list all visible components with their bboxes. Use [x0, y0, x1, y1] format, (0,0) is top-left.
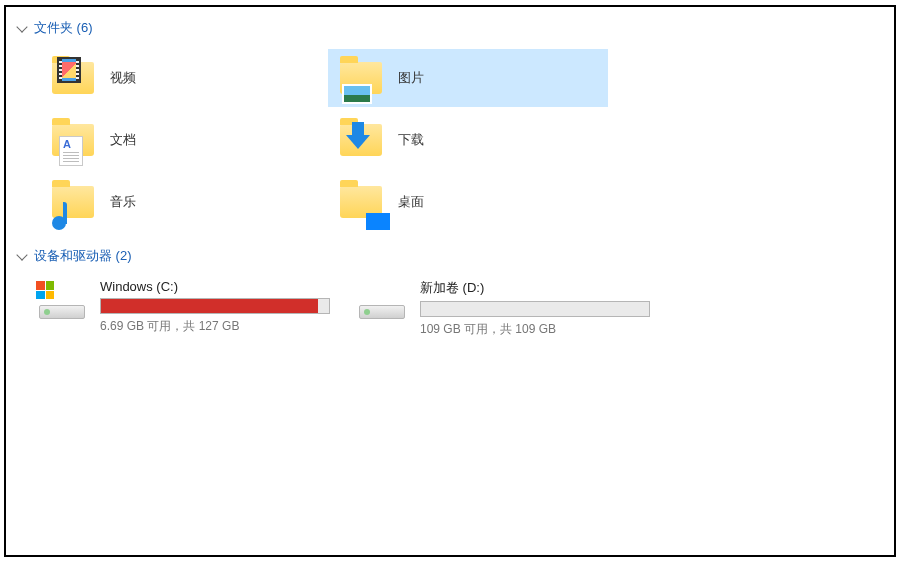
chevron-down-icon — [16, 21, 27, 32]
music-folder-icon — [48, 178, 98, 226]
folder-label: 音乐 — [110, 193, 136, 211]
videos-folder-icon — [48, 54, 98, 102]
drive-info: Windows (C:) 6.69 GB 可用，共 127 GB — [100, 279, 338, 335]
folder-label: 下载 — [398, 131, 424, 149]
this-pc-content-area: 文件夹 (6) 视频 图片 文档 — [4, 5, 896, 557]
folder-item-documents[interactable]: 文档 — [40, 111, 320, 169]
capacity-bar — [100, 298, 330, 314]
desktop-folder-icon — [336, 178, 386, 226]
drive-icon — [34, 279, 90, 323]
folder-label: 文档 — [110, 131, 136, 149]
chevron-down-icon — [16, 249, 27, 260]
folder-item-pictures[interactable]: 图片 — [328, 49, 608, 107]
windows-logo-icon — [36, 281, 54, 299]
drives-grid: Windows (C:) 6.69 GB 可用，共 127 GB 新加卷 (D:… — [10, 269, 890, 342]
folder-label: 视频 — [110, 69, 136, 87]
drives-group-header[interactable]: 设备和驱动器 (2) — [10, 243, 890, 269]
drive-name: 新加卷 (D:) — [420, 279, 658, 297]
drives-group-label: 设备和驱动器 (2) — [34, 247, 132, 265]
pictures-folder-icon — [336, 54, 386, 102]
folder-item-music[interactable]: 音乐 — [40, 173, 320, 231]
drive-stats: 109 GB 可用，共 109 GB — [420, 321, 658, 338]
drive-info: 新加卷 (D:) 109 GB 可用，共 109 GB — [420, 279, 658, 338]
capacity-bar — [420, 301, 650, 317]
documents-folder-icon — [48, 116, 98, 164]
drive-name: Windows (C:) — [100, 279, 338, 294]
folder-label: 图片 — [398, 69, 424, 87]
downloads-folder-icon — [336, 116, 386, 164]
drive-item-d[interactable]: 新加卷 (D:) 109 GB 可用，共 109 GB — [346, 275, 666, 342]
folders-grid: 视频 图片 文档 下载 — [10, 41, 890, 243]
folder-item-downloads[interactable]: 下载 — [328, 111, 608, 169]
folder-label: 桌面 — [398, 193, 424, 211]
drive-item-c[interactable]: Windows (C:) 6.69 GB 可用，共 127 GB — [26, 275, 346, 342]
folders-group-label: 文件夹 (6) — [34, 19, 93, 37]
drive-icon — [354, 279, 410, 323]
folders-group-header[interactable]: 文件夹 (6) — [10, 15, 890, 41]
drive-stats: 6.69 GB 可用，共 127 GB — [100, 318, 338, 335]
folder-item-videos[interactable]: 视频 — [40, 49, 320, 107]
folder-item-desktop[interactable]: 桌面 — [328, 173, 608, 231]
